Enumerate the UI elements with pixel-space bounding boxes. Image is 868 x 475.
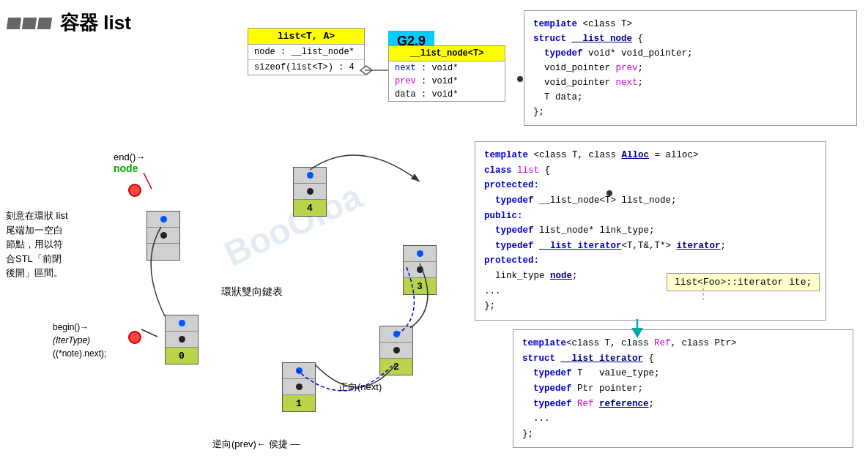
cb3-line4: typedef Ptr pointer; — [522, 381, 844, 397]
next-label: next — [395, 63, 416, 73]
cb2-line8: protected: — [484, 253, 817, 269]
cb2-line3: protected: — [484, 178, 817, 193]
node-3-group: 3 — [403, 245, 437, 295]
node-label: node — [114, 162, 138, 174]
cb1-line3: typedef void* void_pointer; — [533, 46, 847, 61]
node-0-val: 0 — [166, 348, 198, 364]
node-1-val: 1 — [283, 395, 315, 411]
node-4-val: 4 — [294, 200, 326, 216]
prev-label: prev — [395, 76, 416, 86]
begin-arrow-line — [141, 329, 157, 337]
la-line2: 尾端加一空白 — [6, 223, 94, 238]
cb2-line1: template <class T, class Alloc = alloc> — [484, 148, 817, 163]
cb3-line6: ... — [522, 411, 844, 427]
node-3-top — [404, 246, 436, 262]
list-ta-row2: sizeof(list<T>) : 4 — [248, 60, 364, 75]
begin-arrow: begin()→ — [53, 321, 106, 334]
node-0-mid — [166, 332, 198, 348]
node-2-val: 2 — [380, 359, 412, 375]
forward-label: 正向(next) — [338, 381, 382, 394]
cb1-line6: T data; — [533, 90, 847, 105]
list-node-row3: data : void* — [389, 88, 505, 101]
blank-top — [147, 212, 179, 228]
cb2-line7: typedef __list_iterator<T,T&,T*> iterato… — [484, 239, 817, 254]
dot-black-1 — [296, 384, 303, 390]
list-node-row2: prev : void* — [389, 75, 505, 88]
node-1-group: 1 — [282, 362, 316, 412]
dot-black-blank — [160, 232, 167, 239]
end-label: end()→ node — [114, 152, 145, 174]
red-dot-begin — [128, 331, 141, 344]
dot-blue-3 — [417, 250, 423, 257]
cb3-line1: template<class T, class Ref, class Ptr> — [522, 336, 844, 351]
node-2: 2 — [379, 326, 413, 375]
blank-node-group — [146, 211, 180, 261]
node-3: 3 — [403, 245, 437, 295]
cb3-line3: typedef T value_type; — [522, 366, 844, 381]
red-dot-end — [128, 184, 141, 197]
cb1-line4: void_pointer prev; — [533, 61, 847, 75]
cb3-line2: struct __list_iterator { — [522, 351, 844, 367]
blank-bot — [147, 244, 179, 260]
dot-blue-1 — [296, 367, 303, 374]
bar3 — [37, 18, 52, 29]
node-0-group: 0 — [165, 315, 199, 364]
dot-black-0 — [179, 336, 185, 343]
node-4-mid — [294, 184, 326, 200]
la-line5: 後開」區間。 — [6, 266, 94, 280]
dot-blue-2 — [393, 331, 400, 337]
reverse-label: 逆向(prev)← 侯捷 — — [212, 438, 300, 451]
cb1-line2: struct __list_node { — [533, 31, 847, 46]
list-node-box: __list_node<T> next : void* prev : void*… — [388, 45, 505, 102]
la-line3: 節點，用以符 — [6, 237, 94, 252]
code-box-1: template <class T> struct __list_node { … — [524, 10, 857, 126]
cb1-line7: }; — [533, 105, 847, 119]
cb2-line11: }; — [484, 299, 817, 314]
node-2-top — [380, 326, 412, 343]
dot-blue-blank — [160, 216, 167, 222]
begin-label: begin()→ (IterType) ((*note).next); — [53, 321, 106, 360]
dot-blue-0 — [179, 320, 185, 326]
bar1 — [7, 18, 21, 29]
title-bars — [7, 18, 51, 29]
node-2-group: 2 — [379, 326, 413, 375]
circular-label: 環狀雙向鍵表 — [221, 285, 283, 299]
cb2-line2: class list { — [484, 163, 817, 179]
list-node-row1: next : void* — [389, 61, 505, 75]
cb1-line5: void_pointer next; — [533, 75, 847, 90]
left-annotation: 刻意在環狀 list 尾端加一空白 節點，用以符 合STL「前閉 後開」區間。 — [6, 209, 94, 280]
node-4-top — [294, 168, 326, 184]
code-box-3: template<class T, class Ref, class Ptr> … — [513, 329, 853, 448]
bar2 — [22, 18, 37, 29]
blank-mid — [147, 228, 179, 244]
blank-node — [146, 211, 180, 261]
list-ta-row1: node : __list_node* — [248, 45, 364, 60]
title-area: 容器 list — [7, 10, 131, 36]
cb2-line4: typedef __list_node<T> list_node; — [484, 193, 817, 209]
list-ta-box: list<T, A> node : __list_node* sizeof(li… — [248, 28, 365, 75]
code-box-2: template <class T, class Alloc = alloc> … — [475, 141, 826, 321]
node-1: 1 — [282, 362, 316, 412]
cb2-line6: typedef list_node* link_type; — [484, 223, 817, 239]
node-4: 4 — [293, 167, 327, 217]
cb1-line1: template <class T> — [533, 17, 847, 31]
cb2-line5: public: — [484, 209, 817, 224]
page-title: 容器 list — [60, 10, 131, 36]
node-1-top — [283, 363, 315, 379]
node-0: 0 — [165, 315, 199, 364]
dot-black — [307, 188, 314, 195]
cb3-line5: typedef Ref reference; — [522, 397, 844, 412]
note-next: ((*note).next); — [53, 347, 106, 360]
la-line1: 刻意在環狀 list — [6, 209, 94, 223]
list-node-header: __list_node<T> — [389, 46, 505, 61]
iter-type: (IterType) — [53, 334, 106, 347]
dot-code1 — [517, 76, 523, 82]
list-foo-tooltip: list<Foo>::iterator ite; — [667, 273, 820, 291]
node-1-mid — [283, 379, 315, 395]
node-3-mid — [404, 262, 436, 278]
node-2-mid — [380, 343, 412, 359]
node-4-group: 4 — [293, 167, 327, 217]
dot-black-3 — [417, 266, 423, 273]
node-0-top — [166, 315, 198, 332]
end-arrow: end()→ — [114, 152, 145, 162]
